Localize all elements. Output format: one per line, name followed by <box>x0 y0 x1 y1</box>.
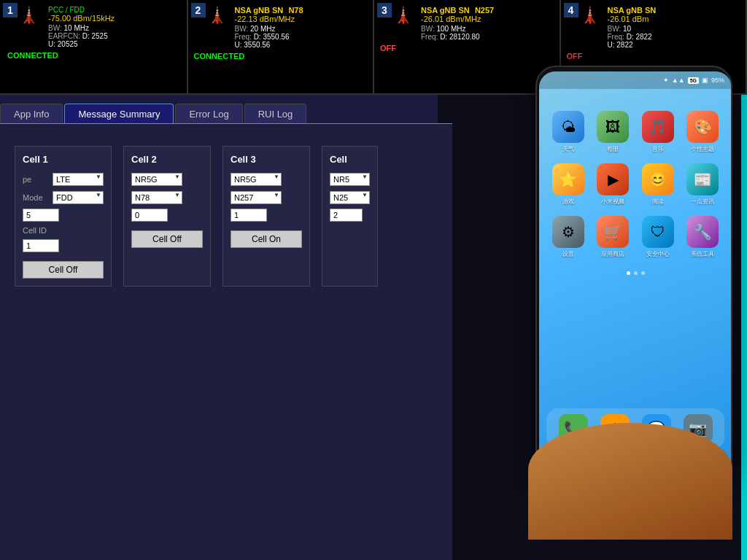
cell-config-2-type-select-wrapper[interactable]: NR5G LTE <box>131 172 182 186</box>
cell4-freq: Freq: D: 2822 <box>608 33 740 41</box>
cell-config-3-type-select-wrapper[interactable]: NR5G LTE <box>231 172 282 186</box>
cell-config-3-button[interactable]: Cell On <box>231 230 302 248</box>
cell-config-1-button[interactable]: Cell Off <box>23 261 104 279</box>
cell4-power: -26.01 dBm <box>608 15 740 23</box>
tower-icon-2: 🗼 <box>207 6 227 25</box>
cell-num-3: 3 <box>377 3 392 18</box>
cell-panel-1: 1 🗼 PCC / FDD -75.00 dBm/15kHz BW: 10 MH… <box>0 0 188 93</box>
app-tools-icon: 🔧 <box>686 216 719 248</box>
tab-error-log[interactable]: Error Log <box>175 104 242 124</box>
app-music[interactable]: 🎵 音乐 <box>640 111 676 153</box>
cell-config-1-id-label: Cell ID <box>23 226 48 235</box>
app-video-icon: ▶ <box>597 163 629 195</box>
cell-config-2-band-select-wrapper[interactable]: N78 N257 <box>131 190 182 204</box>
app-gallery-label: 相册 <box>607 145 619 153</box>
battery-icon: ▣ <box>702 77 708 84</box>
cell-config-1-title: Cell 1 <box>23 154 104 165</box>
cell-config-3-type-row: NR5G LTE <box>231 172 302 186</box>
app-games-label: 游戏 <box>562 198 574 206</box>
app-store-label: 应用商店 <box>601 250 624 258</box>
cell-config-1-id-input[interactable] <box>23 239 59 252</box>
cell4-bw: BW: 10 <box>608 25 740 33</box>
cell-config-2: Cell 2 NR5G LTE N78 N257 <box>123 146 211 287</box>
cell4-title: NSA gNB SN <box>608 6 740 15</box>
cell2-freq-u: U: 3550.56 <box>235 41 368 49</box>
phone-device: ✦ ▲▲ 5G ▣ 95% 🌤 天气 🖼 相册 🎵 音乐 <box>506 66 747 540</box>
app-music-label: 音乐 <box>652 145 664 153</box>
page-dots <box>539 271 732 275</box>
cell3-status: OFF <box>380 44 554 52</box>
app-video-label: 小米视频 <box>601 198 624 206</box>
app-settings-label: 设置 <box>562 250 574 258</box>
cell-config-3-band-row: N257 N78 <box>231 190 302 204</box>
cell-config-2-band-select[interactable]: N78 N257 <box>131 191 182 204</box>
app-security[interactable]: 🛡 安全中心 <box>640 216 676 258</box>
hand-silhouette <box>528 423 732 540</box>
cell-config-1-type-select[interactable]: LTE NR5G <box>53 173 104 186</box>
cell-num-1: 1 <box>3 3 18 18</box>
cell-config-row: Cell 1 pe LTE NR5G Mode FDD TDD <box>15 146 438 287</box>
cell-config-1-type-row: pe LTE NR5G <box>23 172 104 186</box>
cell-config-1-mode-select[interactable]: FDD TDD <box>53 191 104 204</box>
tower-icon-3: 🗼 <box>393 6 413 25</box>
cell-config-3-num-row <box>231 209 302 222</box>
cell2-bw: BW: 20 MHz <box>235 25 368 33</box>
app-weather[interactable]: 🌤 天气 <box>551 111 586 153</box>
app-gallery-icon: 🖼 <box>597 111 629 143</box>
cell1-bw: BW: 10 MHz <box>48 24 181 32</box>
cell-config-4-type-select[interactable]: NR5 <box>330 173 370 186</box>
app-theme[interactable]: 🎨 个性主题 <box>686 111 721 153</box>
app-grid: 🌤 天气 🖼 相册 🎵 音乐 🎨 个性主题 ⭐ <box>539 96 732 265</box>
app-tools[interactable]: 🔧 系统工具 <box>686 216 721 258</box>
cell-config-3-num-input[interactable] <box>231 209 267 222</box>
cell-config-4-band-select-wrapper[interactable]: N25 <box>330 190 370 204</box>
cell-config-2-num-row <box>131 209 203 222</box>
5g-badge: 5G <box>688 77 699 84</box>
tab-app-info[interactable]: App Info <box>0 104 63 124</box>
cell-config-2-type-select[interactable]: NR5G LTE <box>131 173 182 186</box>
cell-config-1-id-input-row <box>23 239 104 252</box>
cell-config-2-type-row: NR5G LTE <box>131 172 203 186</box>
cell2-freq: Freq: D: 3550.56 <box>235 33 368 41</box>
tab-rui-log[interactable]: RUI Log <box>244 104 307 124</box>
cell-config-3-type-select[interactable]: NR5G LTE <box>231 173 282 186</box>
app-weather-label: 天气 <box>562 145 574 153</box>
app-theme-label: 个性主题 <box>691 145 714 153</box>
cell-config-4-type-select-wrapper[interactable]: NR5 <box>330 172 370 186</box>
app-news[interactable]: 📰 一点资讯 <box>686 163 721 206</box>
cell-config-3-band-select[interactable]: N257 N78 <box>231 191 282 204</box>
app-games-icon: ⭐ <box>552 163 584 195</box>
cell-config-1-mode-label: Mode <box>23 193 48 202</box>
cell1-power: -75.00 dBm/15kHz <box>48 14 181 23</box>
cell-config-4-num-input[interactable] <box>330 209 363 222</box>
cell-config-2-band-row: N78 N257 <box>131 190 203 204</box>
app-store[interactable]: 🛒 应用商店 <box>596 216 631 258</box>
tabs-container: App Info Message Summary Error Log RUI L… <box>0 95 438 124</box>
app-read-icon: 😊 <box>642 163 674 195</box>
cell-config-1-id-row: Cell ID <box>23 226 104 235</box>
app-gallery[interactable]: 🖼 相册 <box>596 111 631 153</box>
cell-config-2-num-input[interactable] <box>131 209 168 222</box>
cell4-freq-u: U: 2822 <box>608 41 740 49</box>
cell-config-3-band-select-wrapper[interactable]: N257 N78 <box>231 190 282 204</box>
cell-config-4: Cell NR5 N25 <box>322 146 378 287</box>
cell-config-1-num-input[interactable] <box>23 209 59 222</box>
tab-message-summary[interactable]: Message Summary <box>64 104 174 124</box>
app-weather-icon: 🌤 <box>552 111 584 143</box>
hand-area <box>506 423 747 554</box>
app-video[interactable]: ▶ 小米视频 <box>596 163 631 206</box>
app-tools-label: 系统工具 <box>691 250 714 258</box>
app-theme-icon: 🎨 <box>686 111 719 143</box>
page-dot-2 <box>634 271 638 275</box>
app-games[interactable]: ⭐ 游戏 <box>551 163 586 206</box>
main-content: Cell 1 pe LTE NR5G Mode FDD TDD <box>0 124 452 560</box>
cell-config-1-mode-select-wrapper[interactable]: FDD TDD <box>53 190 104 204</box>
battery-level: 95% <box>711 77 724 84</box>
cell-config-4-band-select[interactable]: N25 <box>330 191 370 204</box>
cell-config-1-type-select-wrapper[interactable]: LTE NR5G <box>53 172 104 186</box>
app-settings[interactable]: ⚙ 设置 <box>551 216 586 258</box>
cell-config-2-button[interactable]: Cell Off <box>131 230 203 248</box>
cell2-status: CONNECTED <box>194 52 368 61</box>
app-read[interactable]: 😊 阅读 <box>640 163 676 206</box>
app-read-label: 阅读 <box>652 198 664 206</box>
